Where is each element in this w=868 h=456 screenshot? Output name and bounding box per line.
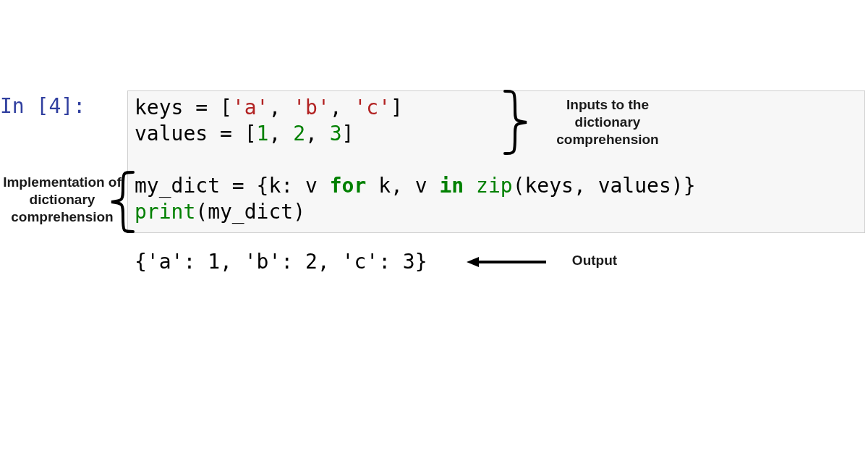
code-token: [ xyxy=(208,96,232,119)
code-token: , xyxy=(330,96,354,119)
code-token: {k: v xyxy=(244,174,330,198)
svg-marker-1 xyxy=(467,257,479,267)
code-token: [ xyxy=(232,122,257,145)
code-builtin-zip: zip xyxy=(476,174,513,198)
code-token: , xyxy=(268,122,293,145)
code-string-literal: 'a' xyxy=(232,96,269,119)
annotation-implementation: Implementation of dictionary comprehensi… xyxy=(0,174,126,225)
code-token: keys xyxy=(135,96,195,119)
code-line-4: print(my_dict) xyxy=(135,200,305,224)
code-token: ] xyxy=(391,96,403,119)
code-token: ] xyxy=(342,122,354,145)
code-number-literal: 1 xyxy=(257,122,269,145)
code-token xyxy=(464,174,476,198)
code-token: values xyxy=(135,122,220,145)
code-number-literal: 3 xyxy=(330,122,342,145)
output-text: {'a': 1, 'b': 2, 'c': 3} xyxy=(135,250,427,274)
code-string-literal: 'b' xyxy=(293,96,330,119)
code-token: , xyxy=(268,96,293,119)
cell-prompt: In [4]: xyxy=(0,94,85,118)
brace-right-inputs-icon xyxy=(499,87,535,158)
code-token: (my_dict) xyxy=(195,200,305,224)
code-token: (keys, values)} xyxy=(513,174,696,198)
code-token: = xyxy=(220,122,232,145)
code-token: k, v xyxy=(366,174,439,198)
code-line-3: my_dict = {k: v for k, v in zip(keys, va… xyxy=(135,174,696,198)
code-token: = xyxy=(195,96,208,119)
code-token: = xyxy=(232,174,244,198)
code-token: my_dict xyxy=(135,174,232,198)
code-number-literal: 2 xyxy=(293,122,305,145)
code-string-literal: 'c' xyxy=(354,96,391,119)
code-line-2: values = [1, 2, 3] xyxy=(135,122,354,145)
annotation-output: Output xyxy=(558,252,631,269)
arrow-left-output-icon xyxy=(463,251,550,273)
code-builtin-print: print xyxy=(135,200,195,224)
code-keyword-in: in xyxy=(439,174,464,198)
code-line-1: keys = ['a', 'b', 'c'] xyxy=(135,96,403,119)
annotation-inputs: Inputs to the dictionary comprehension xyxy=(535,96,680,148)
code-token: , xyxy=(305,122,330,145)
code-keyword-for: for xyxy=(330,174,367,198)
